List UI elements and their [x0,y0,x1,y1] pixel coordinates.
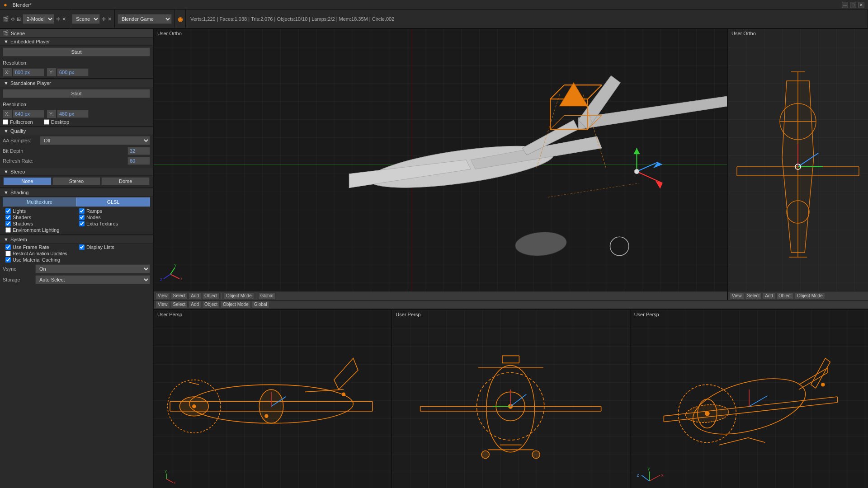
storage-select[interactable]: Auto Select [35,275,150,284]
glsl-button[interactable]: GLSL [76,197,150,206]
close-scene-icon[interactable]: ✕ [108,16,112,22]
mid-object-btn[interactable]: Object [202,301,220,308]
embedded-y-value[interactable]: 600 px [57,68,89,76]
main-viewport[interactable]: X Y Z User Ortho (1) Circle.002 View [154,29,728,300]
bottom-mid-viewport[interactable]: User Persp (1) Circle.002 View Select Ad… [392,310,630,488]
minimize-button[interactable]: — [842,2,848,8]
grid-icon: ⊞ [17,16,21,22]
blender-logo: ◉ [178,16,183,23]
svg-line-57 [189,382,199,385]
use-frame-rate-checkbox[interactable] [5,244,11,250]
icon-section: 🎬 ⚙ ⊞ 2-Model ✛ ✕ [0,10,69,28]
shading-arrow: ▼ [4,190,9,195]
tr-view-button[interactable]: View [730,292,744,300]
standalone-player-header[interactable]: ▼ Standalone Player [0,80,153,87]
aa-samples-row: AA Samples: Off [0,135,153,146]
title-bar: ● Blender* — □ ✕ [0,0,868,10]
storage-label: Storage [3,277,34,282]
vsync-select[interactable]: On [35,264,150,273]
lights-row: Lights [3,208,76,214]
use-material-checkbox[interactable] [5,257,11,263]
svg-marker-20 [633,148,640,154]
aa-select[interactable]: Off [40,136,150,145]
mid-view-btn[interactable]: View [156,301,170,308]
sep1 [0,78,153,79]
add-button[interactable]: Add [189,292,201,300]
tr-viewport-label: User Ortho [731,31,756,36]
tr-add-button[interactable]: Add [763,292,775,300]
sep4 [0,188,153,188]
multitexture-button[interactable]: Multitexture [3,197,76,206]
stereo-header[interactable]: ▼ Stereo [0,168,153,176]
object-button[interactable]: Object [202,292,220,300]
fullscreen-checkbox[interactable] [3,119,8,125]
global-button[interactable]: Global [258,292,276,300]
refresh-value[interactable]: 60 [127,157,150,165]
maximize-button[interactable]: □ [850,2,856,8]
tr-mode-button[interactable]: Object Mode [795,292,825,300]
view-button[interactable]: View [156,292,170,300]
tr-select-button[interactable]: Select [745,292,762,300]
bit-depth-row: Bit Depth 32 [0,146,153,156]
stereo-button[interactable]: Stereo [52,177,101,185]
ramps-checkbox[interactable] [79,208,85,214]
dome-button[interactable]: Dome [101,177,150,185]
svg-line-8 [550,85,564,99]
stereo-arrow: ▼ [4,169,9,174]
engine-select[interactable]: Blender Game [118,14,172,24]
mode-select[interactable]: 2-Model [23,14,54,24]
scene-select[interactable]: Scene [72,14,100,24]
mid-select-btn[interactable]: Select [171,301,188,308]
mid-mode-btn[interactable]: Object Mode [221,301,251,308]
embedded-x-value[interactable]: 800 px [13,68,44,76]
lights-checkbox[interactable] [5,208,11,214]
tr-object-button[interactable]: Object [776,292,794,300]
bottom-right-viewport[interactable]: X Y Z User Persp (1) Circle.002 View Sel… [631,310,868,488]
shading-header[interactable]: ▼ Shading [0,189,153,197]
scene-section: Scene ✛ ✕ [69,10,115,28]
quality-header[interactable]: ▼ Quality [0,127,153,135]
ramps-row: Ramps [76,208,150,214]
none-button[interactable]: None [3,177,52,185]
bl-drone-svg [154,310,391,488]
standalone-x-value[interactable]: 640 px [13,110,44,118]
plus-icon-2[interactable]: ✛ [102,16,106,22]
shadows-row: Shadows [3,221,76,227]
close-viewport-icon[interactable]: ✕ [62,16,66,22]
shaders-checkbox[interactable] [5,215,11,220]
select-button[interactable]: Select [171,292,188,300]
embedded-start-button[interactable]: Start [3,47,150,56]
top-right-viewport[interactable]: User Ortho (1) Circle.002 View Select Ad… [728,29,868,300]
system-header[interactable]: ▼ System [0,236,153,244]
system-label: System [10,237,27,242]
extra-textures-checkbox[interactable] [79,221,85,226]
mid-global-btn[interactable]: Global [252,301,269,308]
main-layout: 🎬 Scene ▼ Embedded Player Start Resoluti… [0,29,868,488]
standalone-label: Standalone Player [10,80,51,86]
standalone-y-value[interactable]: 480 px [57,110,89,118]
env-lighting-checkbox[interactable] [5,227,11,233]
standalone-start-button[interactable]: Start [3,89,150,98]
bit-depth-value[interactable]: 32 [127,147,150,155]
bottom-left-viewport[interactable]: User Persp (1) Circle.002 X Y View Selec… [154,310,392,488]
extra-textures-label: Extra Textures [86,221,118,226]
title-bar-controls[interactable]: — □ ✕ [842,2,864,8]
shadows-checkbox[interactable] [5,221,11,226]
mid-add-btn[interactable]: Add [189,301,201,308]
tr-drone-svg [728,29,868,300]
plus-icon[interactable]: ✛ [56,16,60,22]
close-button[interactable]: ✕ [858,2,864,8]
desktop-checkbox[interactable] [44,119,49,125]
use-frame-rate-label: Use Frame Rate [13,244,49,250]
svg-line-25 [548,183,639,197]
display-lists-checkbox[interactable] [79,244,85,250]
svg-text:X: X [180,277,182,281]
mode-button[interactable]: Object Mode [224,292,254,300]
svg-point-62 [342,392,346,396]
restrict-anim-checkbox[interactable] [5,251,11,256]
embedded-arrow: ▼ [4,39,9,44]
embedded-player-header[interactable]: ▼ Embedded Player [0,38,153,46]
nodes-checkbox[interactable] [79,215,85,220]
left-panel: 🎬 Scene ▼ Embedded Player Start Resoluti… [0,29,154,488]
svg-line-28 [170,267,175,274]
